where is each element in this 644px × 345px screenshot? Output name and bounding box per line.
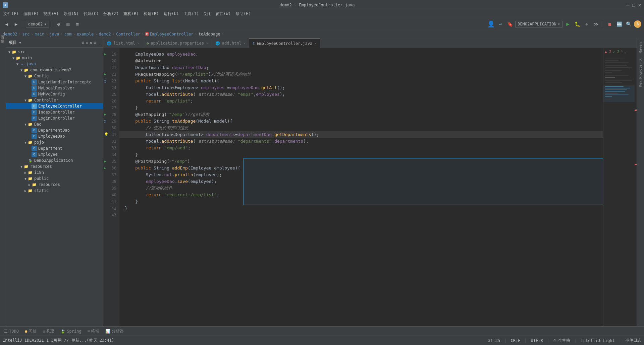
status-indent[interactable]: 4 个空格 [553,338,570,343]
run-button[interactable]: ▶ [564,20,572,28]
toolbar-more[interactable]: ≡ [73,20,82,28]
tree-item-public[interactable]: ▼ 📁 public [6,176,103,182]
tab-add-html[interactable]: 🌐 add.html × [212,39,249,48]
crumb-src[interactable]: src [22,32,30,37]
menu-item-v[interactable]: 视图(V) [41,10,61,17]
crumb-com[interactable]: com [64,32,72,37]
nav-down[interactable]: ⌄ [624,50,627,54]
tree-item-java[interactable]: ▼ ☕ java [6,61,103,67]
left-tool-structure[interactable]: 结构 [0,41,6,44]
crumb-example[interactable]: example [77,32,94,37]
nav-up[interactable]: ⌃ [621,50,623,54]
search-button[interactable]: 🔍 [625,20,633,28]
tree-item-index-ctrl[interactable]: C IndexController [6,109,103,115]
crumb-controller[interactable]: Controller [116,32,140,37]
minimize-button[interactable]: — [626,2,630,8]
menu-item-f[interactable]: 文件(F) [1,10,21,17]
window-controls[interactable]: — ❐ ✕ [626,2,641,8]
toolbar-back[interactable]: ◀ [3,20,11,28]
left-tool-favorites[interactable]: 收藏 [0,45,6,48]
toolbar-bookmark[interactable]: 🔖 [506,20,514,28]
status-position[interactable]: 31:35 [488,338,500,343]
toolbar-layout[interactable]: ▤ [64,20,72,28]
tree-item-emp-dao[interactable]: C EmployeeDao [6,133,103,139]
tree-item-config[interactable]: ▼ 📁 Config [6,73,103,79]
menu-item-b[interactable]: 构建(B) [142,10,161,17]
sidebar-locate-icon[interactable]: ⊕ [82,40,85,45]
sidebar-close-icon[interactable]: — [98,40,100,45]
stop-button[interactable]: ■ [606,20,614,28]
status-events[interactable]: 事件日志 [625,338,641,343]
project-dropdown[interactable]: demo02 ▾ [26,21,49,27]
maximize-button[interactable]: ❐ [632,2,636,8]
sidebar-sort-icon[interactable]: ⇅ [90,40,93,45]
crumb-java[interactable]: java [50,32,59,37]
scrollbar-track[interactable] [635,55,637,326]
crumb-employeecontroller[interactable]: mEmployeeController [145,32,193,37]
tree-item-controller[interactable]: ▼ 📁 Controller [6,97,103,103]
right-tool-maven[interactable]: Maven [638,41,643,55]
sidebar-gear-icon[interactable]: ⚙ [94,40,96,45]
tree-item-pojo[interactable]: ▼ 📁 pojo [6,139,103,145]
menu-item-z[interactable]: 分析(Z) [101,10,121,17]
bottom-tab-todo[interactable]: ☰ TODO [1,328,21,334]
crumb-toaddpage[interactable]: toAddpage [199,32,220,37]
tree-item-i18n[interactable]: ▶ 📁 i18n [6,169,103,176]
crumb-main[interactable]: main [35,32,45,37]
bottom-tab-build[interactable]: ⚒ 构建 [40,328,57,335]
menu-item-c[interactable]: 代码(C) [82,10,101,17]
tree-item-dept-dao[interactable]: C DepartmentDao [6,127,103,133]
tree-item-login-interceptor[interactable]: C LoginHandlerIntercepto [6,79,103,85]
tab-close-props[interactable]: × [206,41,208,46]
tree-item-dao[interactable]: ▼ 📁 Dao [6,121,103,127]
menu-item-t[interactable]: 工具(T) [181,10,201,17]
crumb-demo2[interactable]: demo2 [99,32,111,37]
tree-item-mymvc[interactable]: C MyMvcConfig [6,91,103,97]
right-tool-key-promoter[interactable]: Key Promoter X [638,57,643,88]
tree-item-employee-ctrl[interactable]: C EmployeeController [6,103,103,109]
tree-item-emp[interactable]: C Employee [6,151,103,157]
code-content[interactable]: EmployeeDao employeeDao; @Autowired Depa… [119,48,603,326]
tree-item-com[interactable]: ▼ 📁 com.example.demo2 [6,67,103,73]
tab-list-html[interactable]: 🌐 list.html × [103,39,143,48]
tree-item-resources[interactable]: ▼ 📁 resources [6,163,103,169]
tab-close-add[interactable]: × [244,41,246,46]
menu-item-n[interactable]: 导航(N) [61,10,81,17]
tree-item-demo2app[interactable]: 🍃 Demo2Application [6,157,103,163]
tab-close-list[interactable]: × [137,41,140,46]
menu-item-w[interactable]: 窗口(W) [214,10,233,17]
coverage-button[interactable]: ☂ [583,20,591,28]
tab-employee-ctrl[interactable]: C EmployeeController.java × [249,39,320,48]
status-encoding[interactable]: UTF-8 [531,338,543,343]
toolbar-avatar[interactable]: A [634,20,641,28]
tab-app-props[interactable]: ⚙ application.properties × [143,39,212,48]
close-button[interactable]: ✕ [638,2,641,8]
toolbar-back2[interactable]: ↩ [496,20,504,28]
tree-item-src[interactable]: ▼ 📁 src [6,49,103,55]
bottom-tab-problems[interactable]: ● 问题 [22,328,39,335]
sidebar-collapse-icon[interactable]: ≡ [86,40,89,45]
status-crlf[interactable]: CRLF [511,338,520,343]
menu-item-git[interactable]: Git [202,11,213,17]
toolbar-translate[interactable]: 🔤 [615,20,623,28]
menu-item-h[interactable]: 帮助(H) [233,10,253,17]
toolbar-more2[interactable]: ≫ [592,20,600,28]
bottom-tab-spring[interactable]: 🍃 Spring [58,328,84,334]
crumb-project[interactable]: demo02 [3,32,17,37]
debug-button[interactable]: 🐛 [573,20,581,28]
config-dropdown[interactable]: DEMO2APPLICATION ▾ [515,21,562,27]
menu-item-u[interactable]: 运行(U) [162,10,181,17]
toolbar-forward[interactable]: ▶ [12,20,20,28]
tree-item-login-ctrl[interactable]: C LoginController [6,115,103,121]
tree-item-mylocal[interactable]: C MyLocalResolver [6,85,103,91]
tree-item-static[interactable]: ▶ 📁 static [6,188,103,194]
toolbar-settings[interactable]: ⚙ [55,20,63,28]
bottom-tab-analysis[interactable]: 📊 分析器 [103,328,126,335]
tab-close-emp-ctrl[interactable]: × [314,41,317,46]
tree-item-main[interactable]: ▼ 📁 main [6,55,103,61]
bottom-tab-terminal[interactable]: ⌨ 终端 [85,328,102,335]
tree-item-dept[interactable]: C Department [6,145,103,151]
profile-icon[interactable]: 👤 [487,20,495,28]
menu-item-r[interactable]: 重构(R) [121,10,141,17]
menu-item-e[interactable]: 编辑(E) [21,10,41,17]
